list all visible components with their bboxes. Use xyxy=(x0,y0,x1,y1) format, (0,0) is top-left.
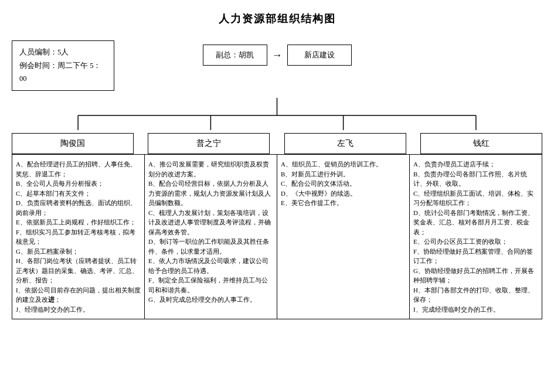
duty-item-1-3: D、制订等一职位的工作职能及及其胜任条件、条件，以求量才适用。 xyxy=(148,237,273,256)
duty-item-3-1: B、负责办理公司各部门工作照、名片统计、外联、收取。 xyxy=(413,169,538,189)
duty-item-0-3: D、负责应聘者资料的甄选、面试的组织、岗前录用； xyxy=(16,198,141,217)
staff-count: 人员编制：5人 xyxy=(19,46,107,59)
person-name-1: 普之宁 xyxy=(196,139,221,148)
duty-item-0-0: A、配合经理进行员工的招聘、人事任免、奖惩、辞退工作； xyxy=(16,159,141,179)
duty-item-0-4: E、依据新员工上岗规程，作好组织工作； xyxy=(16,217,141,227)
duty-item-0-7: H、各部门岗位考状（应聘者提状、员工转正考状）题目的采集、确选、考评、汇总、分析… xyxy=(16,256,141,285)
person-name-0: 陶俊国 xyxy=(60,139,85,148)
duties-row: A、配合经理进行员工的招聘、人事任免、奖惩、辞退工作； B、全公司人员每月分析报… xyxy=(12,155,542,319)
duty-item-0-1: B、全公司人员每月分析报表； xyxy=(16,179,141,189)
duties-cell-2: A、组织员工、促销员的培训工作。 B、对新员工进行外训。 C、配合公司的文体活动… xyxy=(277,155,410,319)
person-box-0: 陶俊国 xyxy=(12,133,134,154)
duty-item-0-9: J、经理临时交办的工作。 xyxy=(16,305,141,315)
person-box-3: 钱红 xyxy=(420,133,542,154)
duty-item-3-6: G、协助经理做好员工的招聘工作，开展各种招聘学辅； xyxy=(413,266,538,285)
page-container: 人力资源部组织结构图 人员编制：5人 例会时间：周二下午 5：00 副总：胡凯 … xyxy=(12,12,542,319)
duty-item-3-3: D、统计公司各部门考勤情况，制作工资、奖金表、汇总、核对各部月月工资、税金表； xyxy=(413,208,538,237)
duty-item-3-2: C、经理组织新员工面试、培训、体检、实习分配等组织工作； xyxy=(413,189,538,208)
duty-item-2-3: D、《大中视野》的续选。 xyxy=(281,189,406,199)
duty-item-0-5: F、组织实习员工参加转正考核考核，拟考核意见； xyxy=(16,227,141,247)
duty-item-1-4: E、依人力市场情况及公司吸求，建议公司给予合理的员工待遇。 xyxy=(148,256,273,275)
person-name-2: 左飞 xyxy=(337,139,354,148)
duty-item-2-4: E、美它合作提工作。 xyxy=(281,198,406,208)
duty-item-3-4: E、公司办公区员工工资的收取； xyxy=(413,237,538,247)
duty-item-2-0: A、组织员工、促销员的培训工作。 xyxy=(281,159,406,169)
page-title: 人力资源部组织结构图 xyxy=(12,12,542,26)
duty-item-3-8: I、完成经理临时交办的工作。 xyxy=(413,305,538,315)
duty-item-1-1: B、配合公司经营目标，依据人力分析及人力资源的需求，规划人力资源发展计划及人员编… xyxy=(148,179,273,208)
duty-item-1-5: F、制定全员工保险福利，并维持员工与公司和和谐共奏。 xyxy=(148,275,273,295)
duty-item-1-2: C、梳理人力发展计划，策划各项培训，设计及改进进人事管理制度及考评流程，并确保高… xyxy=(148,208,273,237)
duties-cell-1: A、推公司发展需要，研究组织职责及权责划分的改进方案。 B、配合公司经营目标，依… xyxy=(145,155,277,319)
duty-item-2-1: B、对新员工进行外训。 xyxy=(281,169,406,179)
duty-item-1-0: A、推公司发展需要，研究组织职责及权责划分的改进方案。 xyxy=(148,159,273,179)
duties-cell-3: A、负责办理员工进店手续； B、负责办理公司各部门工作照、名片统计、外联、收取。… xyxy=(410,155,542,319)
duty-item-0-8: I、依据公司目前存在的问题，提出相关制度的建立及改进； xyxy=(16,285,141,305)
duties-cell-0: A、配合经理进行员工的招聘、人事任免、奖惩、辞退工作； B、全公司人员每月分析报… xyxy=(12,155,145,319)
persons-row: 陶俊国 普之宁 左飞 钱红 xyxy=(12,133,542,154)
person-box-2: 左飞 xyxy=(284,133,406,154)
meeting-time: 例会时间：周二下午 5：00 xyxy=(19,59,107,86)
deputy-box: 副总：胡凯 xyxy=(203,45,267,66)
right-arrow-icon: → xyxy=(267,49,287,62)
duty-item-2-2: C、配合公司的文体活动。 xyxy=(281,179,406,189)
org-connector-svg xyxy=(12,98,542,133)
duty-item-0-6: G、新员工档案录制； xyxy=(16,247,141,257)
duties-table: A、配合经理进行员工的招聘、人事任免、奖惩、辞退工作； B、全公司人员每月分析报… xyxy=(12,154,542,319)
duty-item-3-0: A、负责办理员工进店手续； xyxy=(413,159,538,169)
duty-item-0-2: C、起草本部门有关文件； xyxy=(16,189,141,199)
person-name-3: 钱红 xyxy=(473,139,490,148)
duty-item-3-5: F、协助经理做好员工档案管理、合同的签订工作； xyxy=(413,247,538,266)
new-store-box: 新店建设 xyxy=(287,45,352,66)
duty-item-1-6: G、及时完成总经理交办的人事工作。 xyxy=(148,295,273,305)
info-box: 人员编制：5人 例会时间：周二下午 5：00 xyxy=(12,40,114,91)
duty-item-3-7: H、本部门各部文件的打印、收取、整理、保存； xyxy=(413,285,538,305)
person-box-1: 普之宁 xyxy=(148,133,270,154)
